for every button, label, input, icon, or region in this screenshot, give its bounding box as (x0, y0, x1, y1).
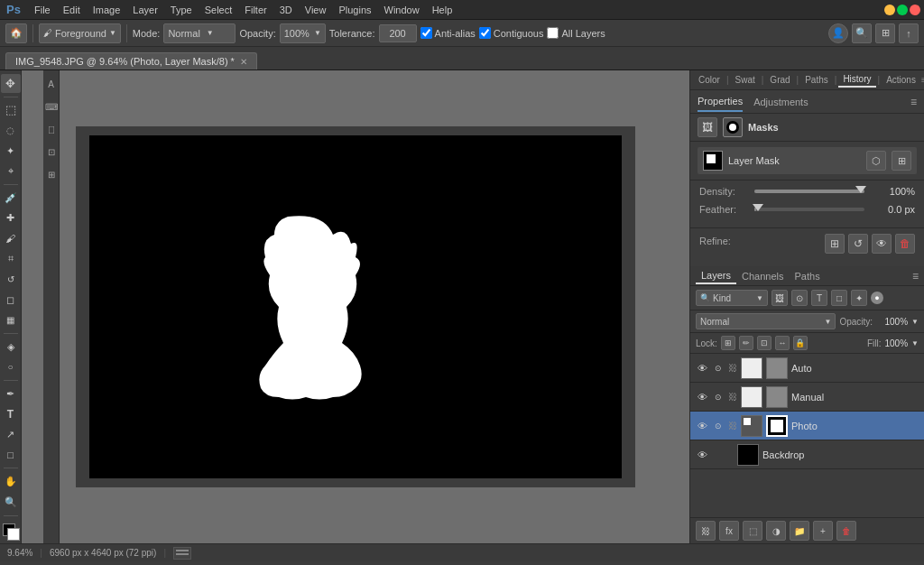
tab-channels[interactable]: Channels (736, 269, 789, 283)
mask-action-btn-1[interactable]: ⬡ (866, 151, 886, 171)
contiguous-checkbox[interactable] (479, 27, 491, 39)
search-button[interactable]: 🔍 (852, 23, 872, 43)
tab-layers[interactable]: Layers (696, 268, 736, 284)
menu-view[interactable]: View (300, 3, 332, 17)
tab-close-button[interactable]: ✕ (240, 57, 247, 67)
layout-button[interactable]: ⊞ (875, 23, 895, 43)
feather-thumb[interactable] (753, 204, 763, 211)
tab-paths[interactable]: Paths (790, 269, 826, 283)
density-thumb[interactable] (855, 186, 866, 193)
menu-help[interactable]: Help (427, 3, 458, 17)
tab-adjustments[interactable]: Adjustments (753, 93, 808, 111)
menu-3d[interactable]: 3D (274, 3, 298, 17)
lock-move-btn[interactable]: ↔ (775, 336, 790, 350)
clone-tool[interactable]: ⌗ (1, 250, 21, 269)
mask-icon-btn[interactable] (723, 117, 743, 137)
layers-menu-btn[interactable]: ≡ (912, 270, 919, 282)
home-button[interactable]: 🏠 (5, 23, 27, 43)
layer-row-backdrop[interactable]: 👁 Backdrop (690, 440, 924, 469)
layer-vis-auto[interactable]: 👁 (696, 362, 708, 375)
menu-file[interactable]: File (29, 3, 56, 17)
move-tool[interactable]: ✥ (1, 74, 21, 93)
ai-tool[interactable]: A (42, 74, 61, 94)
window-minimize[interactable] (884, 5, 895, 15)
panel-tool-4[interactable]: ⊡ (42, 142, 61, 162)
layer-delete-btn[interactable]: 🗑 (836, 521, 856, 541)
opacity-dropdown[interactable]: 100% ▼ (280, 23, 326, 43)
tab-history[interactable]: History (838, 72, 875, 88)
zoom-tool[interactable]: 🔍 (1, 493, 21, 512)
foreground-dropdown[interactable]: 🖌 Foreground ▼ (39, 23, 121, 43)
all-layers-checkbox[interactable] (547, 27, 559, 39)
layer-row-auto[interactable]: 👁 ⊙ ⛓ Auto (690, 354, 924, 383)
refine-btn-1[interactable]: ⊞ (825, 234, 845, 254)
filter-smart[interactable]: ✦ (851, 290, 867, 306)
menu-plugins[interactable]: Plugins (333, 3, 376, 17)
account-button[interactable]: 👤 (828, 23, 848, 43)
fg-bg-colors[interactable] (1, 522, 21, 541)
type-tool[interactable]: T (1, 405, 21, 424)
layer-row-photo[interactable]: 👁 ⊙ ⛓ Photo (690, 412, 924, 440)
layer-vis-manual[interactable]: 👁 (696, 391, 708, 403)
image-icon-btn[interactable]: 🖼 (698, 117, 717, 137)
tab-grad[interactable]: Grad (765, 73, 794, 87)
tab-color[interactable]: Color (694, 73, 725, 87)
history-brush-tool[interactable]: ↺ (1, 270, 21, 289)
layer-link-btn[interactable]: ⛓ (696, 521, 716, 541)
lasso-tool[interactable]: ◌ (1, 121, 21, 140)
antialias-checkbox-wrap[interactable]: Anti-alias (420, 27, 476, 39)
pen-tool[interactable]: ✒ (1, 384, 21, 403)
shape-tool[interactable]: □ (1, 446, 21, 465)
opacity-arrow[interactable]: ▼ (911, 318, 919, 326)
kind-filter[interactable]: 🔍 Kind ▼ (696, 290, 768, 306)
menu-type[interactable]: Type (165, 3, 198, 17)
tolerance-input[interactable] (379, 24, 417, 42)
dodge-tool[interactable]: ○ (1, 358, 21, 377)
window-maximize[interactable] (897, 5, 908, 15)
mask-action-btn-2[interactable]: ⊞ (892, 151, 911, 171)
panel-tool-5[interactable]: ⊞ (42, 164, 61, 184)
lock-pixel-btn[interactable]: ⊞ (721, 336, 735, 350)
contiguous-checkbox-wrap[interactable]: Contiguous (479, 27, 544, 39)
heal-tool[interactable]: ✚ (1, 208, 21, 227)
density-slider[interactable] (754, 190, 864, 193)
layer-folder-btn[interactable]: 📁 (790, 521, 809, 541)
tab-properties[interactable]: Properties (698, 92, 743, 112)
lock-all-btn[interactable]: 🔒 (793, 336, 808, 350)
blur-tool[interactable]: ◈ (1, 338, 21, 357)
menu-window[interactable]: Window (379, 3, 425, 17)
layer-vis-photo[interactable]: 👁 (696, 420, 708, 432)
menu-image[interactable]: Image (88, 3, 126, 17)
filter-pixel[interactable]: 🖼 (772, 290, 788, 306)
status-arrow[interactable] (173, 547, 191, 560)
layer-mask-btn[interactable]: ⬚ (743, 521, 762, 541)
lock-position-btn[interactable]: ✏ (739, 336, 753, 350)
fill-arrow[interactable]: ▼ (911, 339, 919, 347)
window-close[interactable] (910, 5, 920, 15)
refine-btn-3[interactable]: 👁 (872, 234, 892, 254)
feather-slider[interactable] (754, 208, 864, 211)
refine-btn-2[interactable]: ↺ (848, 234, 868, 254)
eraser-tool[interactable]: ◻ (1, 291, 21, 310)
layer-new-btn[interactable]: + (813, 521, 833, 541)
document-tab[interactable]: IMG_9548.JPG @ 9.64% (Photo, Layer Mask/… (5, 52, 257, 69)
tab-actions[interactable]: Actions (882, 73, 920, 87)
brush-tool[interactable]: 🖌 (1, 229, 21, 248)
tab-paths[interactable]: Paths (800, 73, 833, 87)
blend-mode-dropdown[interactable]: Normal ▼ (696, 313, 836, 329)
crop-tool[interactable]: ⌖ (1, 162, 21, 181)
panel-tool-3[interactable]: ⎕ (42, 119, 61, 139)
layer-effect-btn[interactable]: fx (719, 521, 739, 541)
filter-adj[interactable]: ⊙ (791, 290, 808, 306)
layer-row-manual[interactable]: 👁 ⊙ ⛓ Manual (690, 383, 924, 412)
canvas[interactable] (89, 135, 622, 478)
properties-menu-btn[interactable]: ≡ (910, 96, 917, 108)
eyedropper-tool[interactable]: 💉 (1, 189, 21, 208)
filter-type[interactable]: T (811, 290, 827, 306)
background-color[interactable] (7, 528, 20, 541)
share-button[interactable]: ↑ (899, 23, 919, 43)
tab-swat[interactable]: Swat (731, 73, 760, 87)
lock-artboard-btn[interactable]: ⊡ (757, 336, 772, 350)
hand-tool[interactable]: ✋ (1, 472, 21, 491)
gradient-tool[interactable]: ▦ (1, 310, 21, 329)
